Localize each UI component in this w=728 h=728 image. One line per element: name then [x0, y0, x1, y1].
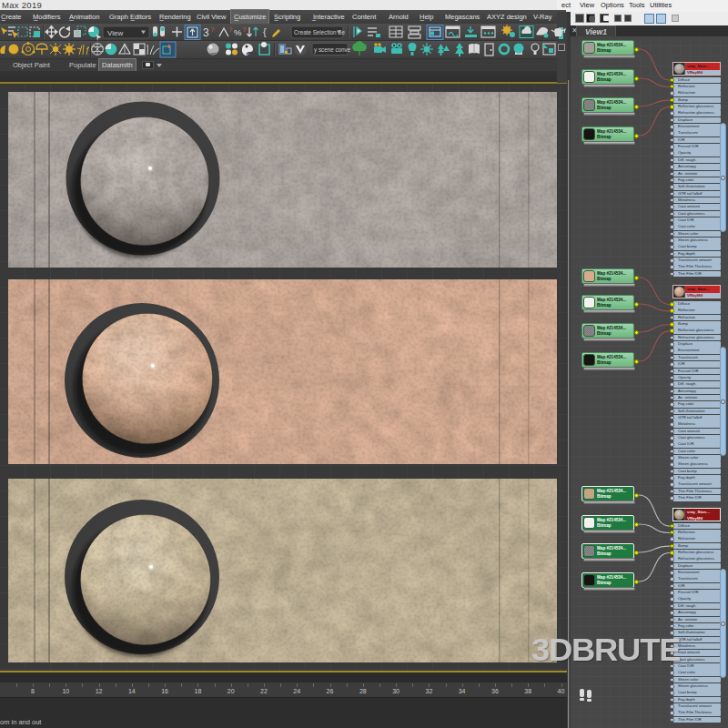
svg-text:y scene conve: y scene conve — [314, 46, 351, 54]
svg-text:?: ? — [242, 25, 247, 34]
svg-text:?: ? — [228, 25, 233, 34]
svg-text:{: { — [263, 26, 267, 37]
svg-text:3: 3 — [203, 26, 209, 39]
svg-text:%: % — [234, 27, 242, 37]
svg-text:?: ? — [210, 25, 215, 34]
svg-text:View: View — [107, 29, 123, 37]
